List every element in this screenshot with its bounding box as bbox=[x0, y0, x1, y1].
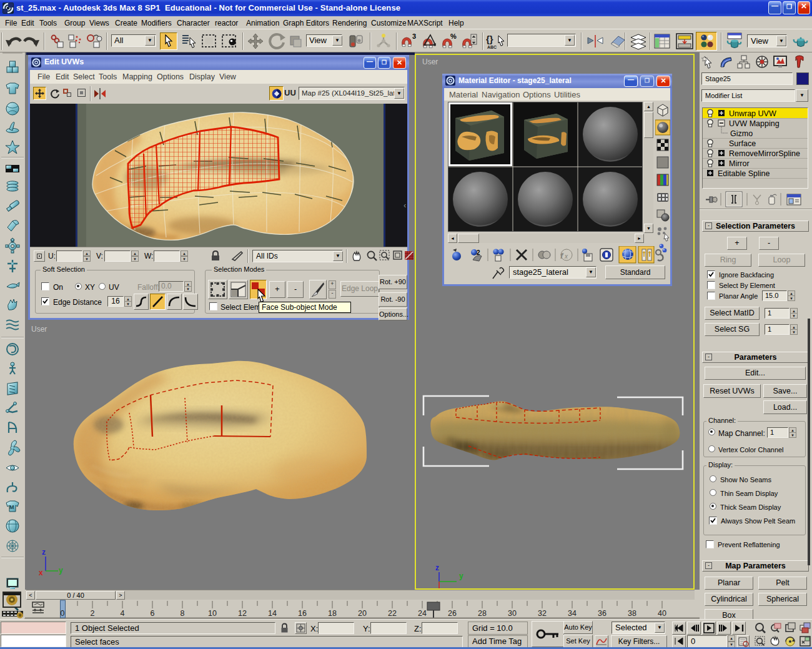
svg-text:2: 2 bbox=[477, 249, 480, 256]
svg-text:12: 12 bbox=[238, 609, 247, 618]
svg-text:30: 30 bbox=[508, 609, 517, 618]
svg-text:Unwrap UVW: Unwrap UVW bbox=[729, 109, 776, 118]
svg-text:Mirror: Mirror bbox=[729, 159, 750, 168]
svg-text:ABC: ABC bbox=[487, 45, 497, 49]
svg-text:UVW Mapping: UVW Mapping bbox=[729, 119, 780, 128]
svg-text:4: 4 bbox=[121, 609, 125, 618]
svg-text:x: x bbox=[564, 253, 568, 260]
svg-text:0: 0 bbox=[61, 609, 65, 618]
svg-text:26: 26 bbox=[448, 609, 457, 618]
svg-text:y: y bbox=[459, 572, 463, 580]
svg-text:y: y bbox=[59, 566, 63, 575]
svg-text:40: 40 bbox=[658, 609, 666, 618]
svg-text:24: 24 bbox=[418, 609, 427, 618]
svg-text:2: 2 bbox=[91, 609, 95, 618]
svg-text:16: 16 bbox=[298, 609, 307, 618]
svg-text:RemoveMirrorSpline: RemoveMirrorSpline bbox=[729, 149, 800, 158]
svg-text:z: z bbox=[42, 548, 46, 557]
svg-text:Surface: Surface bbox=[729, 139, 756, 148]
svg-text:Gizmo: Gizmo bbox=[730, 129, 753, 138]
svg-text:{}: {} bbox=[486, 34, 493, 44]
svg-text:18: 18 bbox=[328, 609, 337, 618]
svg-text:6: 6 bbox=[151, 609, 155, 618]
svg-text:22: 22 bbox=[388, 609, 397, 618]
svg-text:36: 36 bbox=[598, 609, 607, 618]
svg-text:10: 10 bbox=[208, 609, 217, 618]
svg-text:20: 20 bbox=[358, 609, 367, 618]
svg-text:Editable Spline: Editable Spline bbox=[718, 169, 770, 178]
svg-text:34: 34 bbox=[568, 609, 577, 618]
svg-text:28: 28 bbox=[478, 609, 487, 618]
svg-text:x: x bbox=[39, 568, 43, 577]
svg-text:14: 14 bbox=[268, 609, 277, 618]
svg-text:32: 32 bbox=[538, 609, 547, 618]
svg-text:8: 8 bbox=[181, 609, 185, 618]
svg-text:%: % bbox=[450, 32, 457, 40]
svg-text:38: 38 bbox=[628, 609, 636, 618]
svg-text:3: 3 bbox=[412, 32, 416, 40]
svg-text:z: z bbox=[435, 563, 439, 572]
